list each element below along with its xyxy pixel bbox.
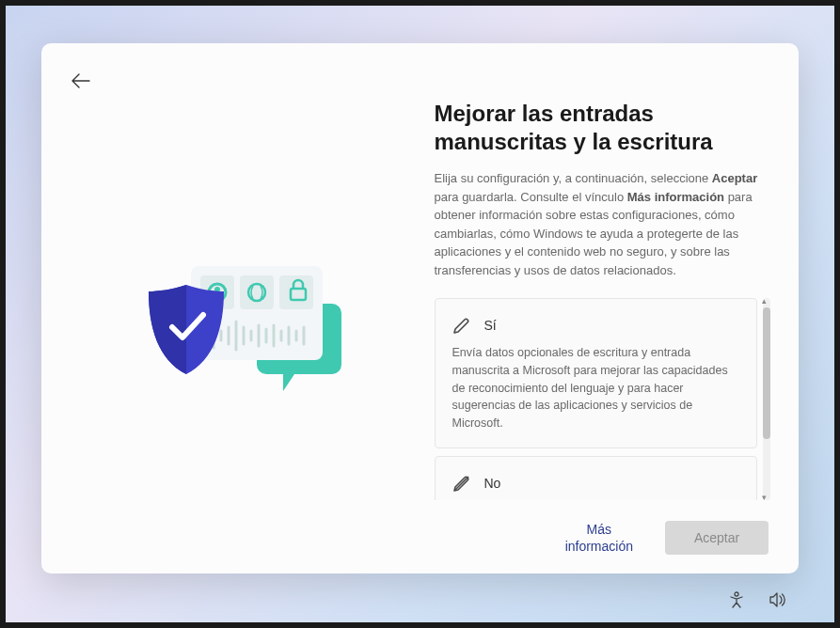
- desc-text-2: para guardarla. Consulte el vínculo: [435, 190, 627, 204]
- option-no-label: No: [484, 476, 501, 491]
- pen-disabled-icon: [452, 474, 471, 493]
- volume-icon: [769, 591, 787, 608]
- oobe-dialog: Mejorar las entradas manuscritas y la es…: [41, 43, 799, 573]
- volume-button[interactable]: [769, 590, 787, 609]
- accessibility-icon: [728, 591, 745, 608]
- privacy-illustration-icon: [106, 233, 370, 421]
- accessibility-button[interactable]: [727, 590, 746, 609]
- more-info-link[interactable]: Más información: [565, 521, 633, 555]
- scroll-down-icon[interactable]: ▾: [762, 493, 767, 502]
- page-description: Elija su configuración y, a continuación…: [435, 169, 771, 279]
- svg-point-23: [735, 592, 738, 596]
- scroll-up-icon[interactable]: ▴: [762, 296, 767, 306]
- desc-moreinfo-word: Más información: [627, 190, 724, 204]
- desc-text-1: Elija su configuración y, a continuación…: [435, 171, 712, 185]
- desc-accept-word: Aceptar: [712, 171, 757, 185]
- scrollbar-thumb[interactable]: [763, 307, 770, 439]
- back-arrow-icon: [71, 73, 90, 88]
- option-no[interactable]: No No quiero usar mis datos para mejorar…: [435, 456, 758, 500]
- options-scrollbar[interactable]: ▴ ▾: [763, 298, 770, 500]
- svg-line-22: [455, 477, 468, 490]
- option-yes-body: Envía datos opcionales de escritura y en…: [452, 344, 740, 432]
- illustration-panel: [70, 100, 406, 555]
- option-yes-label: Sí: [484, 318, 497, 333]
- pen-icon: [452, 316, 471, 335]
- page-title: Mejorar las entradas manuscritas y la es…: [435, 100, 771, 156]
- option-yes[interactable]: Sí Envía datos opcionales de escritura y…: [435, 298, 758, 448]
- svg-rect-4: [240, 275, 274, 309]
- more-info-line1: Más: [565, 521, 633, 538]
- more-info-line2: información: [565, 538, 633, 555]
- accept-button[interactable]: Aceptar: [665, 521, 769, 555]
- back-button[interactable]: [70, 70, 92, 92]
- desktop-background: Mejorar las entradas manuscritas y la es…: [6, 6, 834, 622]
